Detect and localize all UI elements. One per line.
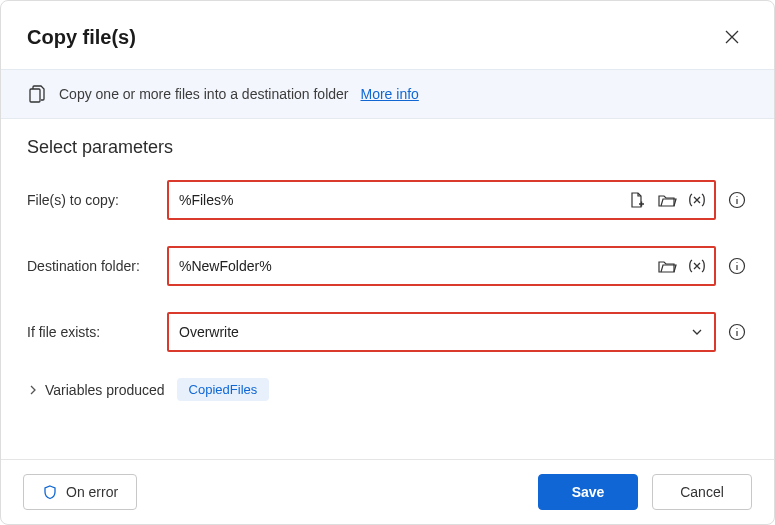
on-error-button[interactable]: On error <box>23 474 137 510</box>
field-icons <box>686 321 708 343</box>
folder-picker-button[interactable] <box>656 255 678 277</box>
copy-icon <box>27 84 47 104</box>
folder-open-icon <box>657 191 677 209</box>
variable-icon <box>686 257 708 275</box>
field-destination-folder <box>167 246 716 286</box>
info-icon <box>728 323 746 341</box>
close-icon <box>725 30 739 44</box>
svg-rect-0 <box>30 89 40 102</box>
variables-toggle[interactable]: Variables produced <box>27 382 165 398</box>
parameters-section: Select parameters File(s) to copy: <box>1 119 774 459</box>
param-row-files: File(s) to copy: <box>27 180 748 220</box>
field-icons <box>656 255 708 277</box>
svg-point-2 <box>736 196 737 197</box>
info-button-files[interactable] <box>726 189 748 211</box>
variable-picker-button[interactable] <box>686 255 708 277</box>
svg-point-6 <box>736 328 737 329</box>
field-files-to-copy <box>167 180 716 220</box>
variables-label: Variables produced <box>45 382 165 398</box>
variable-chip-copiedfiles[interactable]: CopiedFiles <box>177 378 270 401</box>
folder-open-icon <box>657 257 677 275</box>
param-row-destination: Destination folder: <box>27 246 748 286</box>
dialog-header: Copy file(s) <box>1 1 774 69</box>
info-button-destination[interactable] <box>726 255 748 277</box>
dialog-footer: On error Save Cancel <box>1 459 774 524</box>
save-button[interactable]: Save <box>538 474 638 510</box>
variable-picker-button[interactable] <box>686 189 708 211</box>
shield-icon <box>42 484 58 500</box>
info-icon <box>728 191 746 209</box>
input-files-to-copy[interactable] <box>179 192 626 208</box>
info-banner: Copy one or more files into a destinatio… <box>1 69 774 119</box>
label-destination-folder: Destination folder: <box>27 258 167 274</box>
variable-icon <box>686 191 708 209</box>
chevron-right-icon <box>27 384 39 396</box>
select-if-exists-value: Overwrite <box>179 324 686 340</box>
label-files-to-copy: File(s) to copy: <box>27 192 167 208</box>
footer-actions: Save Cancel <box>538 474 752 510</box>
field-icons <box>626 189 708 211</box>
file-add-icon <box>628 191 646 209</box>
save-label: Save <box>572 484 605 500</box>
variables-produced-row: Variables produced CopiedFiles <box>27 378 748 401</box>
dialog-title: Copy file(s) <box>27 26 136 49</box>
on-error-label: On error <box>66 484 118 500</box>
section-title: Select parameters <box>27 137 748 158</box>
param-row-if-exists: If file exists: Overwrite <box>27 312 748 352</box>
banner-text: Copy one or more files into a destinatio… <box>59 86 349 102</box>
cancel-label: Cancel <box>680 484 724 500</box>
close-button[interactable] <box>716 21 748 53</box>
field-if-file-exists[interactable]: Overwrite <box>167 312 716 352</box>
info-icon <box>728 257 746 275</box>
dialog-copy-files: Copy file(s) Copy one or more files into… <box>0 0 775 525</box>
file-picker-button[interactable] <box>626 189 648 211</box>
chevron-down-icon <box>690 325 704 339</box>
label-if-file-exists: If file exists: <box>27 324 167 340</box>
dropdown-toggle[interactable] <box>686 321 708 343</box>
cancel-button[interactable]: Cancel <box>652 474 752 510</box>
svg-point-4 <box>736 262 737 263</box>
more-info-link[interactable]: More info <box>361 86 419 102</box>
info-button-if-exists[interactable] <box>726 321 748 343</box>
input-destination-folder[interactable] <box>179 258 656 274</box>
folder-picker-button[interactable] <box>656 189 678 211</box>
